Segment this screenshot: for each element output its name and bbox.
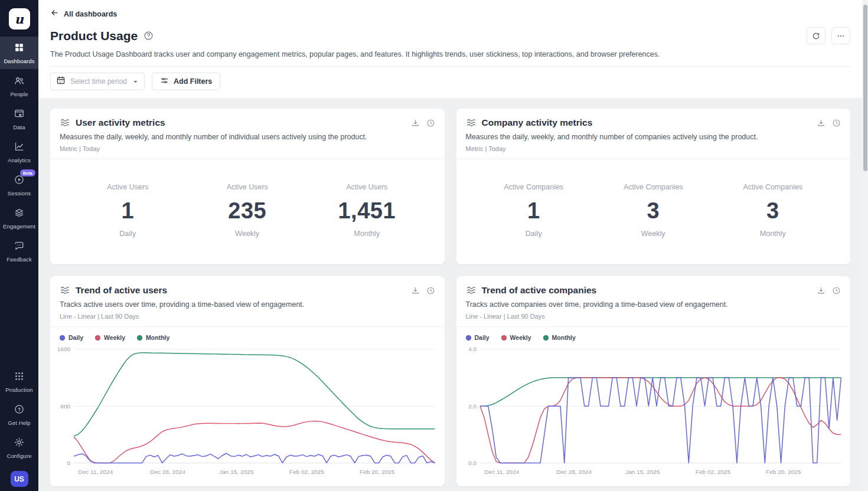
help-icon[interactable] — [143, 31, 154, 41]
download-icon[interactable] — [411, 286, 420, 295]
download-icon[interactable] — [817, 119, 825, 127]
sidebar-item-dashboards[interactable]: Dashboards — [0, 37, 38, 69]
svg-text:0.0: 0.0 — [468, 460, 477, 466]
more-options-button[interactable] — [831, 27, 850, 44]
main-area: All dashboards Product Usage The Product… — [38, 0, 868, 491]
download-icon[interactable] — [817, 286, 825, 295]
app-logo[interactable]: u — [9, 8, 30, 30]
metric-period: Daily — [68, 230, 188, 238]
sidebar-item-configure[interactable]: Configure — [0, 431, 38, 464]
svg-text:2.0: 2.0 — [468, 403, 477, 410]
sidebar-item-label: Get Help — [8, 420, 30, 426]
chart-area: 0.02.04.0Dec 11, 2024Dec 28, 2024Jan 15,… — [456, 342, 851, 478]
people-icon — [14, 75, 25, 89]
metric-value: 1 — [474, 198, 594, 224]
add-filters-button[interactable]: Add Filters — [152, 73, 220, 90]
dashboards-icon — [14, 42, 25, 55]
sidebar-item-sessions[interactable]: Beta Sessions — [0, 169, 38, 201]
legend-dot — [501, 335, 507, 341]
filter-bar: Select time period Add Filters — [38, 67, 868, 98]
back-link[interactable]: All dashboards — [50, 8, 117, 19]
legend-dot — [543, 335, 549, 341]
metric-value: 1 — [68, 198, 188, 224]
sidebar-item-data[interactable]: Data — [0, 103, 38, 135]
legend-item-monthly[interactable]: Monthly — [137, 334, 169, 341]
metric-label: Active Companies — [474, 183, 594, 191]
svg-text:Jan 15, 2025: Jan 15, 2025 — [625, 469, 660, 475]
refresh-button[interactable] — [807, 27, 825, 44]
user-avatar[interactable]: US — [11, 471, 28, 487]
chart-legend: Daily Weekly Monthly — [456, 327, 851, 342]
production-icon — [14, 371, 25, 384]
page-description: The Product Usage Dashboard tracks user … — [50, 50, 850, 67]
get-help-icon: ? — [14, 404, 25, 417]
metric-daily: Active Users 1 Daily — [68, 183, 188, 238]
card-trend-active-users: Trend of active users Tracks active use — [50, 276, 445, 486]
active-users-line-chart[interactable]: 08001600Dec 11, 2024Dec 28, 2024Jan 15, … — [55, 343, 440, 478]
legend-item-monthly[interactable]: Monthly — [543, 334, 576, 341]
metric-period: Weekly — [593, 230, 713, 238]
legend-item-daily[interactable]: Daily — [60, 334, 83, 341]
page-title: Product Usage — [50, 29, 138, 43]
card-trend-active-companies: Trend of active companies Tracks active — [456, 276, 851, 486]
add-filters-label: Add Filters — [174, 77, 212, 86]
ellipsis-icon — [837, 32, 845, 40]
metric-period: Daily — [474, 230, 594, 238]
legend-label: Monthly — [146, 334, 169, 341]
metric-period: Weekly — [188, 230, 308, 238]
chevron-down-icon — [132, 78, 139, 85]
back-label: All dashboards — [64, 10, 117, 18]
metric-label: Active Users — [307, 183, 427, 191]
clock-icon[interactable] — [832, 286, 841, 295]
metric-value: 1,451 — [307, 198, 427, 224]
svg-text:Feb 20, 2025: Feb 20, 2025 — [360, 469, 395, 475]
legend-dot — [60, 335, 65, 341]
data-icon — [14, 108, 25, 122]
clock-icon[interactable] — [426, 119, 435, 127]
clock-icon[interactable] — [426, 286, 435, 295]
card-description: Measures the daily, weekly, and monthly … — [60, 133, 435, 141]
sidebar-item-analytics[interactable]: Analytics — [0, 136, 38, 168]
sidebar-item-get-help[interactable]: ? Get Help — [0, 398, 38, 431]
scrollbar-thumb[interactable] — [863, 5, 867, 171]
time-period-select[interactable]: Select time period — [50, 73, 145, 90]
svg-text:Dec 11, 2024: Dec 11, 2024 — [484, 469, 520, 475]
sidebar-item-label: Production — [5, 387, 32, 393]
wave-chart-icon — [466, 117, 477, 128]
legend-label: Daily — [475, 334, 490, 341]
metric-label: Active Users — [68, 183, 188, 191]
metric-period: Monthly — [307, 230, 427, 238]
sidebar-item-engagement[interactable]: Engagement — [0, 202, 38, 234]
feedback-icon — [14, 240, 25, 254]
legend-dot — [137, 335, 142, 341]
page-header: All dashboards Product Usage The Product… — [38, 0, 868, 67]
svg-text:Dec 28, 2024: Dec 28, 2024 — [556, 469, 592, 475]
clock-icon[interactable] — [832, 119, 841, 127]
configure-icon — [14, 437, 25, 450]
scrollbar-track[interactable] — [862, 0, 868, 491]
card-meta: Line - Linear | Last 90 Days — [60, 313, 435, 320]
sidebar-item-label: Dashboards — [4, 58, 34, 64]
card-description: Tracks active companies over time, provi… — [466, 300, 841, 309]
sidebar-item-label: Feedback — [6, 256, 32, 263]
legend-item-weekly[interactable]: Weekly — [95, 334, 125, 341]
sidebar-item-label: Configure — [6, 453, 31, 459]
sidebar-item-people[interactable]: People — [0, 70, 38, 102]
svg-text:0: 0 — [67, 460, 71, 466]
metric-value: 3 — [593, 198, 713, 224]
legend-item-daily[interactable]: Daily — [466, 334, 490, 341]
chart-legend: Daily Weekly Monthly — [50, 327, 445, 342]
download-icon[interactable] — [411, 119, 420, 127]
card-title: Trend of active companies — [482, 285, 597, 296]
wave-chart-icon — [60, 285, 70, 296]
metric-label: Active Companies — [593, 183, 713, 191]
engagement-icon — [14, 207, 25, 221]
sidebar-item-feedback[interactable]: Feedback — [0, 235, 38, 267]
card-title: Trend of active users — [76, 285, 167, 296]
legend-label: Weekly — [510, 334, 531, 341]
beta-badge: Beta — [20, 169, 35, 176]
card-meta: Metric | Today — [60, 145, 435, 152]
sidebar-item-production[interactable]: Production — [0, 365, 38, 398]
legend-item-weekly[interactable]: Weekly — [501, 334, 531, 341]
active-companies-line-chart[interactable]: 0.02.04.0Dec 11, 2024Dec 28, 2024Jan 15,… — [461, 343, 846, 478]
